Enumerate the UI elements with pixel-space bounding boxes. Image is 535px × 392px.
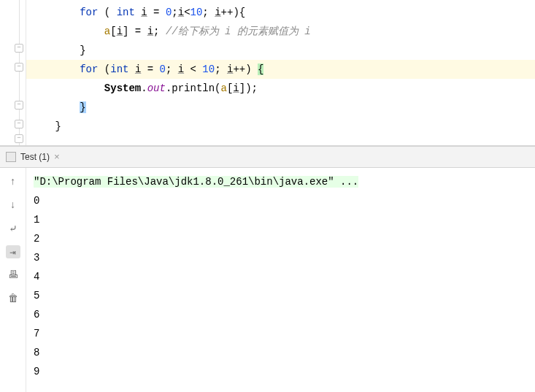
soft-wrap-icon[interactable]: ⤶ — [6, 222, 20, 235]
console-line: 1 — [34, 210, 528, 229]
gutter: − − − − − — [0, 0, 26, 145]
trash-icon[interactable]: 🗑 — [6, 292, 20, 305]
console-line: 7 — [34, 324, 528, 343]
console-line: 0 — [34, 191, 528, 210]
console-toolbar: ↑ ↓ ⤶ ⇥ 🖶 🗑 — [0, 168, 26, 392]
code-editor[interactable]: − − − − − for ( int i = 0;i<10; i++){ a[… — [0, 0, 535, 146]
run-tab-bar: Test (1) × — [0, 146, 535, 168]
down-stack-icon[interactable]: ↓ — [6, 199, 20, 212]
console-line: 6 — [34, 305, 528, 324]
fold-toggle-icon[interactable]: − — [15, 63, 23, 72]
code-line: } — [26, 117, 535, 136]
console-line: 5 — [34, 286, 528, 305]
code-line: System.out.println(a[i]); — [26, 79, 535, 98]
console-command-line: "D:\Program Files\Java\jdk1.8.0_261\bin\… — [34, 172, 528, 191]
close-icon[interactable]: × — [54, 152, 60, 163]
code-area[interactable]: for ( int i = 0;i<10; i++){ a[i] = i; //… — [26, 0, 535, 145]
code-line: for (int i = 0; i < 10; i++) { — [26, 60, 535, 79]
code-line: } — [26, 98, 535, 117]
print-icon[interactable]: 🖶 — [6, 269, 20, 282]
console-output[interactable]: "D:\Program Files\Java\jdk1.8.0_261\bin\… — [26, 168, 535, 392]
console-line: 9 — [34, 362, 528, 381]
fold-toggle-icon[interactable]: − — [15, 134, 23, 143]
fold-toggle-icon[interactable]: − — [15, 101, 23, 109]
console-line: 8 — [34, 343, 528, 362]
up-stack-icon[interactable]: ↑ — [6, 175, 20, 188]
code-line: a[i] = i; //给下标为 i 的元素赋值为 i — [26, 22, 535, 41]
console-line: 2 — [34, 229, 528, 248]
run-tab-title[interactable]: Test (1) — [20, 152, 50, 162]
fold-toggle-icon[interactable]: − — [15, 120, 23, 128]
console-line: 4 — [34, 267, 528, 286]
code-line: } — [26, 41, 535, 60]
scroll-to-end-icon[interactable]: ⇥ — [6, 245, 20, 258]
console-line: 3 — [34, 248, 528, 267]
code-line: for ( int i = 0;i<10; i++){ — [26, 3, 535, 22]
run-config-icon — [6, 152, 16, 162]
console-panel: ↑ ↓ ⤶ ⇥ 🖶 🗑 "D:\Program Files\Java\jdk1.… — [0, 168, 535, 392]
fold-toggle-icon[interactable]: − — [15, 44, 23, 53]
